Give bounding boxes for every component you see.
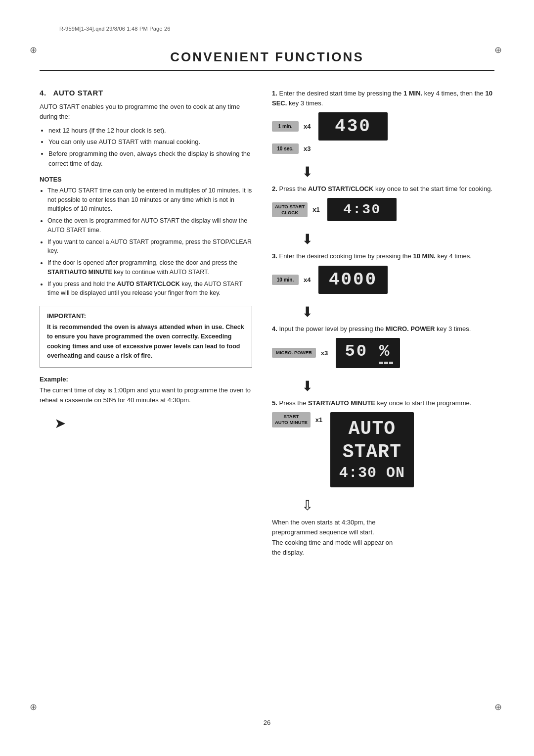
step-2-display: 4:30	[327, 198, 397, 221]
down-arrow-icon-4: ⬇	[302, 378, 494, 394]
page-title: CONVENIENT FUNCTIONS	[40, 49, 494, 71]
step-2-number: 2.	[272, 185, 277, 192]
step-2-text: 2. Press the AUTO START/CLOCK key once t…	[272, 184, 494, 194]
down-arrow-icon-1: ⬇	[302, 164, 494, 180]
final-line2: preprogrammed sequence will start.	[272, 528, 374, 536]
step-4-display: 50 %	[336, 338, 400, 368]
step-5-number: 5.	[272, 399, 277, 407]
auto-start-clock-key[interactable]: AUTO STARTCLOCK	[272, 202, 308, 218]
step-1-key-row-2: 10 sec. x3	[272, 143, 494, 154]
step-4-number: 4.	[272, 325, 277, 332]
notes-list: The AUTO START time can only be entered …	[47, 186, 252, 298]
ten-min-key[interactable]: 10 min.	[272, 275, 299, 285]
final-text: When the oven starts at 4:30pm, the prep…	[272, 518, 494, 558]
display-time-on-text: 4:30 ON	[339, 464, 405, 483]
step-2-multiplier: x1	[312, 206, 322, 213]
main-content: CONVENIENT FUNCTIONS 4. AUTO START AUTO …	[0, 0, 534, 601]
display-auto-text: AUTO	[339, 417, 405, 441]
step-3-text: 3. Enter the desired cooking time by pre…	[272, 251, 494, 261]
step-2-key-row: AUTO STARTCLOCK x1 4:30	[272, 198, 494, 221]
file-reference: R-959M[1-34].qxd 29/8/06 1:48 PM Page 26	[59, 26, 171, 32]
right-arrow-icon: ➤	[54, 415, 252, 431]
step-5-multiplier: x1	[315, 416, 325, 424]
reg-mark-top-left	[30, 45, 40, 54]
bullet-item: You can only use AUTO START with manual …	[48, 137, 252, 147]
page-number: 26	[0, 719, 534, 726]
notes-heading: NOTES	[40, 176, 252, 183]
step-1-number: 1.	[272, 90, 277, 97]
example-heading: Example:	[40, 376, 252, 383]
final-line4: the display.	[272, 549, 304, 556]
start-auto-minute-key[interactable]: STARTAUTO MINUTE	[272, 412, 311, 427]
display-start-text: START	[339, 440, 405, 464]
section-bullets: next 12 hours (if the 12 hour clock is s…	[48, 126, 252, 169]
step-1-display: 430	[318, 112, 388, 141]
step-1-multiplier-1: x4	[304, 123, 313, 130]
notes-section: NOTES The AUTO START time can only be en…	[40, 176, 252, 298]
step-3: 3. Enter the desired cooking time by pre…	[272, 251, 494, 293]
two-column-layout: 4. AUTO START AUTO START enables you to …	[40, 89, 494, 562]
step-2: 2. Press the AUTO START/CLOCK key once t…	[272, 184, 494, 221]
step-3-key-row: 10 min. x4 4000	[272, 266, 494, 294]
step-5: 5. Press the START/AUTO MINUTE key once …	[272, 398, 494, 488]
step-1-text: 1. Enter the desired start time by press…	[272, 89, 494, 108]
note-item: If you press and hold the AUTO START/CLO…	[47, 280, 252, 298]
display-50-text: 50 %	[345, 342, 391, 361]
example-section: Example: The current time of day is 1:00…	[40, 376, 252, 405]
important-box: IMPORTANT: It is recommended the oven is…	[40, 306, 252, 368]
step-4: 4. Input the power level by pressing the…	[272, 324, 494, 368]
lcd-bar-indicator	[343, 362, 393, 364]
micro-power-key[interactable]: MICRO. POWER	[272, 348, 316, 358]
ten-sec-key[interactable]: 10 sec.	[272, 143, 299, 154]
page-container: R-959M[1-34].qxd 29/8/06 1:48 PM Page 26…	[0, 0, 534, 756]
step-3-number: 3.	[272, 252, 277, 260]
bullet-item: Before programming the oven, always chec…	[48, 149, 252, 169]
final-line3: The cooking time and mode will appear on	[272, 539, 393, 546]
bullet-item: next 12 hours (if the 12 hour clock is s…	[48, 126, 252, 136]
step-1: 1. Enter the desired start time by press…	[272, 89, 494, 154]
note-item: Once the oven is programmed for AUTO STA…	[47, 216, 252, 235]
reg-mark-top-right	[494, 45, 504, 54]
final-text-block: When the oven starts at 4:30pm, the prep…	[272, 518, 494, 558]
section-heading: 4. AUTO START	[40, 89, 252, 97]
down-arrow-hollow-icon: ⇩	[302, 497, 494, 514]
reg-mark-bottom-right	[494, 702, 504, 711]
down-arrow-icon-3: ⬇	[302, 304, 494, 320]
step-5-text: 5. Press the START/AUTO MINUTE key once …	[272, 398, 494, 408]
important-label: IMPORTANT:	[47, 312, 245, 320]
step-3-multiplier: x4	[304, 276, 313, 284]
step-5-key-row: STARTAUTO MINUTE x1 AUTO START 4:30 ON	[272, 412, 494, 488]
bar-seg-2	[384, 362, 388, 364]
bar-seg-3	[389, 362, 393, 364]
step-3-display: 4000	[318, 266, 388, 294]
right-column: 1. Enter the desired start time by press…	[272, 89, 494, 562]
reg-mark-bottom-left	[30, 702, 40, 711]
down-arrow-icon-2: ⬇	[302, 231, 494, 247]
step-1-key-row-1: 1 min. x4 430	[272, 112, 494, 141]
example-text: The current time of day is 1:00pm and yo…	[40, 385, 252, 405]
step-1-multiplier-2: x3	[304, 145, 313, 152]
important-text: It is recommended the oven is always att…	[47, 323, 245, 361]
section-number: 4.	[40, 89, 46, 97]
step-4-key-row: MICRO. POWER x3 50 %	[272, 338, 494, 368]
section-title: AUTO START	[53, 89, 103, 97]
one-min-key[interactable]: 1 min.	[272, 121, 299, 132]
bar-seg-1	[379, 362, 383, 364]
step-4-multiplier: x3	[321, 349, 331, 357]
note-item: If the door is opened after programming,…	[47, 258, 252, 277]
section-intro: AUTO START enables you to programme the …	[40, 102, 252, 122]
step-5-display: AUTO START 4:30 ON	[330, 412, 414, 488]
step-4-text: 4. Input the power level by pressing the…	[272, 324, 494, 334]
note-item: If you want to cancel a AUTO START progr…	[47, 237, 252, 256]
note-item: The AUTO START time can only be entered …	[47, 186, 252, 214]
final-line1: When the oven starts at 4:30pm, the	[272, 519, 376, 526]
left-column: 4. AUTO START AUTO START enables you to …	[40, 89, 252, 436]
